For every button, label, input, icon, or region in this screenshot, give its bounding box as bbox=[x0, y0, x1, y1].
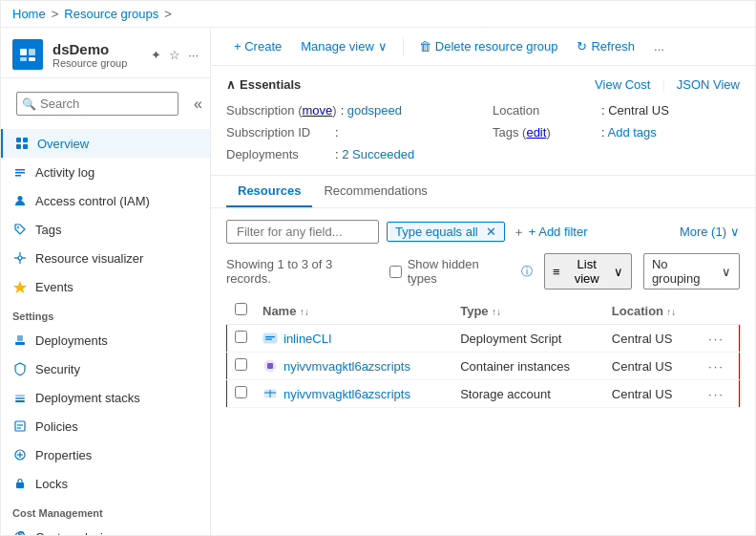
sidebar-item-deployments[interactable]: Deployments bbox=[1, 326, 210, 354]
sidebar-item-iam[interactable]: Access control (IAM) bbox=[1, 186, 210, 215]
move-link[interactable]: move bbox=[302, 103, 332, 118]
list-view-button[interactable]: ≡ List view ∨ bbox=[544, 253, 632, 289]
filter-bar: Type equals all ✕ ＋ + Add filter More (1… bbox=[226, 220, 740, 244]
sidebar-item-security[interactable]: Security bbox=[1, 354, 210, 383]
sidebar-item-policies[interactable]: Policies bbox=[1, 412, 210, 440]
events-icon bbox=[12, 279, 28, 294]
svg-rect-35 bbox=[265, 339, 272, 340]
row3-name-cell: nyivvmvagktl6azscripts bbox=[255, 380, 452, 408]
select-all-checkbox[interactable] bbox=[235, 303, 247, 315]
add-tags-link[interactable]: Add tags bbox=[608, 125, 657, 139]
sidebar-item-resource-visualizer[interactable]: Resource visualizer bbox=[1, 244, 210, 272]
tab-recommendations[interactable]: Recommendations bbox=[312, 176, 438, 207]
resource-visualizer-icon bbox=[12, 250, 28, 266]
svg-rect-7 bbox=[23, 144, 28, 149]
iam-icon bbox=[12, 193, 28, 208]
delete-resource-group-button[interactable]: 🗑 Delete resource group bbox=[411, 35, 566, 57]
star-icon[interactable]: ☆ bbox=[169, 48, 180, 62]
collapse-sidebar-button[interactable]: « bbox=[194, 96, 202, 113]
row1-name-link[interactable]: inlineCLI bbox=[262, 331, 445, 346]
filter-tag-close[interactable]: ✕ bbox=[486, 225, 496, 239]
svg-rect-10 bbox=[15, 175, 21, 177]
toolbar-more-button[interactable]: ... bbox=[646, 35, 672, 57]
activity-log-label: Activity log bbox=[35, 165, 94, 180]
locks-label: Locks bbox=[35, 477, 68, 491]
row1-more-button[interactable]: ··· bbox=[708, 332, 724, 346]
type-sort-icon[interactable]: ↑↓ bbox=[492, 307, 501, 317]
app-container: Home > Resource groups > dsDemo Resource… bbox=[0, 0, 756, 536]
chevron-down-icon: ∨ bbox=[730, 225, 740, 239]
row2-more-button[interactable]: ··· bbox=[708, 359, 724, 374]
row2-name-cell: nyivvmvagktl6azscripts bbox=[255, 353, 452, 380]
row2-checkbox[interactable] bbox=[235, 358, 247, 371]
create-button[interactable]: + Create bbox=[226, 35, 289, 57]
svg-rect-20 bbox=[17, 335, 23, 341]
breadcrumb-resource-groups[interactable]: Resource groups bbox=[64, 7, 158, 21]
show-hidden-types-checkbox[interactable] bbox=[389, 266, 402, 278]
svg-rect-1 bbox=[29, 49, 35, 55]
sidebar-item-events[interactable]: Events bbox=[1, 272, 210, 301]
info-icon[interactable]: ⓘ bbox=[521, 264, 533, 280]
deployments-link[interactable]: 2 Succeeded bbox=[342, 147, 414, 161]
more-filters-button[interactable]: More (1) ∨ bbox=[680, 225, 740, 239]
breadcrumb-home[interactable]: Home bbox=[12, 7, 46, 21]
security-label: Security bbox=[35, 362, 80, 376]
trash-icon: 🗑 bbox=[419, 39, 431, 54]
pin-icon[interactable]: ✦ bbox=[151, 48, 161, 62]
sidebar-nav: Overview Activity log Access control (IA… bbox=[1, 129, 210, 535]
add-filter-icon: ＋ bbox=[513, 224, 525, 241]
filter-input[interactable] bbox=[226, 220, 379, 244]
svg-rect-22 bbox=[15, 397, 25, 399]
row2-name-link[interactable]: nyivvmvagktl6azscripts bbox=[262, 358, 445, 374]
row3-more-button[interactable]: ··· bbox=[708, 387, 724, 401]
more-icon[interactable]: ··· bbox=[188, 48, 199, 62]
sidebar-item-tags[interactable]: Tags bbox=[1, 215, 210, 244]
row1-checkbox[interactable] bbox=[235, 331, 247, 343]
deployments-label: Deployments bbox=[226, 147, 331, 161]
sidebar-item-cost-analysis[interactable]: $ Cost analysis bbox=[1, 523, 210, 535]
tags-label: Tags bbox=[35, 223, 61, 237]
resources-table: Name ↑↓ Type ↑↓ Location ↑↓ bbox=[226, 297, 740, 408]
json-view-link[interactable]: JSON View bbox=[677, 77, 740, 92]
sidebar-item-deployment-stacks[interactable]: Deployment stacks bbox=[1, 383, 210, 412]
essentials-actions: View Cost | JSON View bbox=[595, 77, 740, 92]
search-input[interactable] bbox=[16, 92, 178, 116]
location-sort-icon[interactable]: ↑↓ bbox=[666, 307, 676, 317]
subscription-link[interactable]: godspeed bbox=[347, 103, 402, 118]
sidebar-item-overview[interactable]: Overview bbox=[1, 129, 210, 158]
row2-type-cell: Container instances bbox=[452, 353, 604, 380]
svg-rect-23 bbox=[15, 395, 25, 397]
row3-location-cell: Central US bbox=[604, 380, 701, 408]
grouping-select[interactable]: No grouping ∨ bbox=[643, 253, 740, 289]
svg-rect-30 bbox=[16, 482, 24, 488]
sidebar-item-activity-log[interactable]: Activity log bbox=[1, 158, 210, 186]
row3-name-link[interactable]: nyivvmvagktl6azscripts bbox=[262, 386, 445, 401]
add-filter-button[interactable]: ＋ + Add filter bbox=[513, 224, 588, 241]
manage-view-button[interactable]: Manage view ∨ bbox=[293, 35, 395, 57]
more-label: More (1) bbox=[680, 225, 726, 239]
row2-name: nyivvmvagktl6azscripts bbox=[284, 359, 410, 374]
essentials-header: ∧ Essentials View Cost | JSON View bbox=[226, 77, 740, 92]
svg-point-13 bbox=[18, 256, 22, 260]
svg-rect-5 bbox=[23, 138, 28, 142]
deployments-icon bbox=[12, 332, 28, 348]
main-content: dsDemo Resource group ✦ ☆ ··· 🔍 « bbox=[1, 28, 755, 535]
chevron-down-icon: ∨ bbox=[378, 39, 388, 54]
grouping-label: No grouping bbox=[652, 257, 718, 286]
svg-marker-18 bbox=[13, 281, 27, 293]
cost-analysis-icon: $ bbox=[12, 529, 28, 535]
type-col-header: Type ↑↓ bbox=[452, 297, 604, 325]
sidebar-item-properties[interactable]: Properties bbox=[1, 440, 210, 469]
chevron-up-icon: ∧ bbox=[226, 77, 236, 92]
tab-resources[interactable]: Resources bbox=[226, 176, 312, 207]
tabs-bar: Resources Recommendations bbox=[211, 176, 755, 208]
row1-name: inlineCLI bbox=[284, 332, 332, 346]
show-hidden-types-label[interactable]: Show hidden types bbox=[389, 257, 510, 286]
row3-checkbox[interactable] bbox=[235, 386, 247, 398]
view-cost-link[interactable]: View Cost bbox=[595, 77, 650, 92]
edit-tags-link[interactable]: edit bbox=[526, 125, 546, 139]
name-sort-icon[interactable]: ↑↓ bbox=[300, 307, 309, 317]
delete-label: Delete resource group bbox=[435, 39, 558, 54]
refresh-button[interactable]: ↻ Refresh bbox=[569, 35, 642, 57]
sidebar-item-locks[interactable]: Locks bbox=[1, 469, 210, 498]
